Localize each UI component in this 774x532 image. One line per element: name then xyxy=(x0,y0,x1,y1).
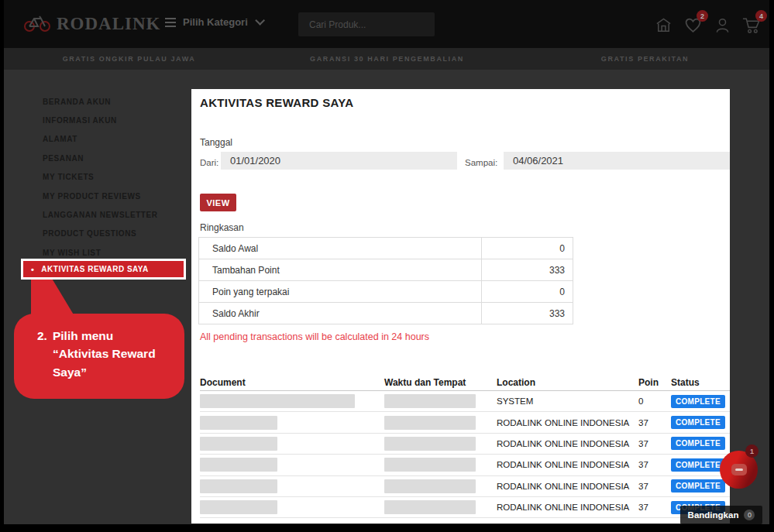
promo-item: GRATIS ONGKIR PULAU JAWA xyxy=(0,55,258,63)
summary-row-value: 0 xyxy=(482,281,573,302)
document-redacted xyxy=(200,437,277,451)
table-row: RODALINK ONLINE INDONESIA 37 COMPLETE xyxy=(200,434,730,455)
compare-count-badge: 0 xyxy=(744,510,755,520)
date-to-label: Sampai: xyxy=(465,158,497,167)
document-redacted xyxy=(200,458,277,472)
sidebar-item-aktivitas-reward-saya[interactable]: • AKTIVITAS REWARD SAYA xyxy=(21,259,186,280)
transactions-table-body: SYSTEM 0 COMPLETE RODALINK ONLINE INDONE… xyxy=(200,391,730,518)
promo-bar: GRATIS ONGKIR PULAU JAWAGARANSI 30 HARI … xyxy=(0,48,774,70)
search-input[interactable] xyxy=(298,19,429,30)
pending-notice: All pending transactions will be calcula… xyxy=(200,331,429,342)
cart-button[interactable]: 4 xyxy=(741,15,762,35)
table-row: RODALINK ONLINE INDONESIA 37 COMPLETE xyxy=(200,497,730,518)
screenshot-border xyxy=(0,524,774,532)
time-redacted xyxy=(384,479,476,493)
compare-bar[interactable]: Bandingkan 0 xyxy=(680,506,762,524)
status-badge: COMPLETE xyxy=(671,416,725,429)
column-header-waktu-dan-tempat: Waktu dan Tempat xyxy=(384,377,497,388)
summary-row: Poin yang terpakai 0 xyxy=(199,281,573,303)
time-redacted xyxy=(384,394,476,408)
status-badge: COMPLETE xyxy=(671,479,725,493)
document-redacted xyxy=(200,416,277,430)
wishlist-count-badge: 2 xyxy=(697,10,708,22)
storefront-icon xyxy=(655,16,673,34)
category-menu-button[interactable]: Pilih Kategori xyxy=(165,16,262,28)
category-menu-label: Pilih Kategori xyxy=(183,16,248,28)
time-redacted xyxy=(384,458,476,472)
table-row: RODALINK ONLINE INDONESIA 37 COMPLETE xyxy=(200,455,730,475)
column-header-location: Location xyxy=(497,377,638,388)
date-to-input[interactable] xyxy=(504,152,730,170)
compare-bar-label: Bandingkan xyxy=(688,510,739,520)
sidebar-item[interactable]: MY PRODUCT REVIEWS xyxy=(43,187,190,205)
date-from-input[interactable] xyxy=(221,152,457,170)
date-filter-label: Tanggal xyxy=(200,137,232,148)
callout-step-number: 2. xyxy=(37,327,47,399)
callout-tail xyxy=(31,277,77,316)
sidebar-active-label: AKTIVITAS REWARD SAYA xyxy=(41,265,148,273)
sidebar-item[interactable]: BERANDA AKUN xyxy=(43,92,190,111)
summary-row: Saldo Akhir 333 xyxy=(199,303,573,324)
sidebar: BERANDA AKUNINFORMASI AKUNALAMATPESANANM… xyxy=(43,92,190,263)
wishlist-button[interactable]: 2 xyxy=(683,15,703,35)
status-badge: COMPLETE xyxy=(671,437,725,450)
poin-cell: 0 xyxy=(638,396,671,406)
summary-row-label: Saldo Awal xyxy=(199,238,482,259)
summary-row-value: 333 xyxy=(482,303,573,324)
column-header-status: Status xyxy=(671,377,730,388)
search-bar xyxy=(298,12,435,36)
sidebar-item[interactable]: PESANAN xyxy=(43,149,190,167)
column-header-poin: Poin xyxy=(638,377,671,388)
poin-cell: 37 xyxy=(638,503,671,512)
header: RODALINK Pilih Kategori xyxy=(0,0,774,48)
location-cell: SYSTEM xyxy=(497,396,638,406)
content-panel: AKTIVITAS REWARD SAYA Tanggal Dari: Samp… xyxy=(191,89,730,523)
callout-text: Pilih menu “Aktivitas Reward Saya” xyxy=(53,327,166,399)
sidebar-item[interactable]: PRODUCT QUESTIONS xyxy=(43,225,190,243)
page-title: AKTIVITAS REWARD SAYA xyxy=(200,96,353,109)
time-redacted xyxy=(384,500,476,514)
chat-count-badge: 1 xyxy=(745,444,759,458)
screenshot-border xyxy=(0,0,4,532)
time-redacted xyxy=(384,416,476,430)
cart-count-badge: 4 xyxy=(755,10,767,22)
sidebar-item[interactable]: INFORMASI AKUN xyxy=(43,111,190,129)
transactions-table-header: Document Waktu dan Tempat Location Poin … xyxy=(200,374,730,391)
page: RODALINK Pilih Kategori xyxy=(0,0,774,532)
logo[interactable]: RODALINK xyxy=(23,12,161,36)
bicycle-logo-icon xyxy=(23,12,51,36)
summary-row-label: Tambahan Point xyxy=(199,259,482,280)
summary-row-label: Saldo Akhir xyxy=(199,303,482,324)
view-button[interactable]: VIEW xyxy=(200,194,236,211)
summary-row: Tambahan Point 333 xyxy=(199,259,573,281)
poin-cell: 37 xyxy=(638,418,671,427)
sidebar-item[interactable]: MY TICKETS xyxy=(43,168,190,187)
summary-row-value: 0 xyxy=(482,238,573,259)
sidebar-item[interactable]: LANGGANAN NEWSLETTER xyxy=(43,205,190,224)
header-actions: 2 4 xyxy=(653,15,762,35)
hamburger-icon xyxy=(165,18,176,27)
table-row: SYSTEM 0 COMPLETE xyxy=(200,391,730,412)
time-redacted xyxy=(384,437,476,451)
chevron-down-icon xyxy=(255,15,265,26)
status-badge: COMPLETE xyxy=(671,458,725,472)
location-cell: RODALINK ONLINE INDONESIA xyxy=(497,418,638,427)
summary-row-value: 333 xyxy=(482,259,573,280)
document-redacted xyxy=(200,500,277,514)
transactions-table: Document Waktu dan Tempat Location Poin … xyxy=(200,374,730,518)
document-redacted xyxy=(200,479,277,493)
poin-cell: 37 xyxy=(638,482,671,491)
store-locator-button[interactable] xyxy=(653,15,673,35)
account-button[interactable] xyxy=(712,15,732,35)
poin-cell: 37 xyxy=(638,439,671,448)
table-row: RODALINK ONLINE INDONESIA 37 COMPLETE xyxy=(200,476,730,497)
location-cell: RODALINK ONLINE INDONESIA xyxy=(497,439,638,448)
logo-text: RODALINK xyxy=(57,14,161,34)
column-header-document: Document xyxy=(200,377,384,388)
summary-row-label: Poin yang terpakai xyxy=(199,281,482,302)
sidebar-item[interactable]: ALAMAT xyxy=(43,130,190,149)
location-cell: RODALINK ONLINE INDONESIA xyxy=(497,460,638,469)
bullet-icon: • xyxy=(31,265,34,274)
document-redacted xyxy=(200,394,355,408)
summary-label: Ringkasan xyxy=(200,222,244,233)
